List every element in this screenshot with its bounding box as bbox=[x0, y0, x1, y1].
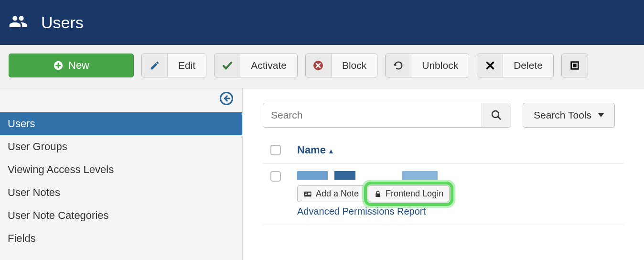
svg-line-6 bbox=[498, 117, 501, 119]
search-button[interactable] bbox=[482, 103, 511, 127]
search-group bbox=[263, 103, 511, 128]
column-header-name[interactable]: Name▲ bbox=[297, 144, 334, 156]
frontend-login-button[interactable]: Frontend Login bbox=[368, 185, 450, 202]
add-note-button[interactable]: Add a Note bbox=[297, 185, 365, 202]
note-icon bbox=[303, 190, 312, 198]
edit-button[interactable]: Edit bbox=[141, 54, 206, 77]
batch-button[interactable] bbox=[561, 54, 588, 77]
collapse-sidebar-button[interactable] bbox=[219, 91, 234, 108]
svg-point-5 bbox=[492, 111, 499, 118]
sidebar-item-fields[interactable]: Fields bbox=[0, 227, 242, 250]
svg-rect-8 bbox=[305, 193, 307, 194]
main-content: Search Tools Name▲ bbox=[243, 88, 644, 260]
row-checkbox[interactable] bbox=[270, 171, 281, 182]
block-button[interactable]: Block bbox=[305, 54, 377, 77]
search-input[interactable] bbox=[263, 103, 482, 127]
chevron-down-icon bbox=[598, 113, 604, 117]
page-title: Users bbox=[41, 13, 84, 32]
unblock-button[interactable]: Unblock bbox=[385, 54, 469, 77]
advanced-permissions-link[interactable]: Advanced Permissions Report bbox=[297, 206, 624, 217]
select-all-checkbox[interactable] bbox=[270, 145, 281, 155]
svg-rect-3 bbox=[573, 64, 576, 67]
sort-asc-icon: ▲ bbox=[328, 147, 334, 155]
table-header: Name▲ bbox=[263, 139, 624, 163]
users-icon bbox=[9, 12, 28, 33]
sidebar: Users User Groups Viewing Access Levels … bbox=[0, 88, 243, 260]
check-icon bbox=[215, 54, 240, 77]
lock-icon bbox=[374, 190, 382, 198]
redacted-name bbox=[297, 171, 438, 180]
sidebar-item-users[interactable]: Users bbox=[0, 112, 242, 135]
page-header: Users bbox=[0, 0, 644, 45]
block-icon bbox=[306, 54, 332, 77]
sidebar-item-user-notes[interactable]: User Notes bbox=[0, 181, 242, 204]
sidebar-item-user-groups[interactable]: User Groups bbox=[0, 135, 242, 158]
delete-icon bbox=[477, 54, 503, 77]
svg-rect-10 bbox=[308, 193, 311, 195]
search-tools-button[interactable]: Search Tools bbox=[523, 103, 615, 128]
sidebar-item-user-note-categories[interactable]: User Note Categories bbox=[0, 204, 242, 227]
activate-button[interactable]: Activate bbox=[214, 54, 298, 77]
sidebar-item-viewing-access-levels[interactable]: Viewing Access Levels bbox=[0, 158, 242, 181]
unblock-icon bbox=[386, 54, 411, 77]
edit-icon bbox=[142, 54, 168, 77]
toolbar: New Edit Activate Block Unblock Delete bbox=[0, 45, 644, 88]
table-row: Add a Note Frontend Login Advanced Permi… bbox=[263, 163, 624, 225]
new-button[interactable]: New bbox=[9, 54, 134, 77]
svg-rect-9 bbox=[305, 194, 307, 195]
batch-icon bbox=[562, 54, 588, 77]
delete-button[interactable]: Delete bbox=[477, 54, 554, 77]
